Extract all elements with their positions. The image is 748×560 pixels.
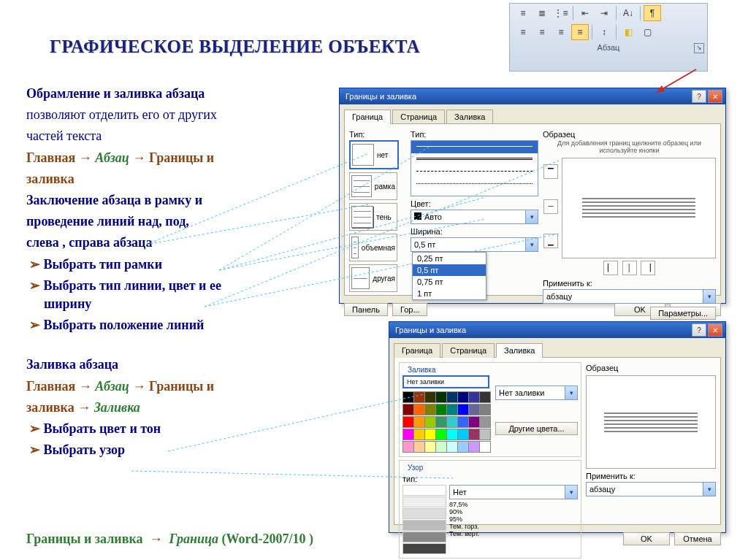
pattern-opts: 87,5% 90% 95% Тем. горз. Тем. верт. bbox=[449, 501, 578, 537]
close-icon[interactable]: ✕ bbox=[708, 323, 722, 337]
shading-icon[interactable]: ◧ bbox=[619, 24, 637, 40]
dialog-launcher-icon[interactable]: ↘ bbox=[694, 43, 704, 53]
type-shadow[interactable]: тень bbox=[349, 203, 397, 231]
align-center-icon[interactable]: ≡ bbox=[533, 24, 551, 40]
more-colors-button[interactable]: Другие цвета... bbox=[495, 422, 578, 435]
borders-dialog: Границы и заливка ? ✕ Граница Страница З… bbox=[339, 88, 726, 304]
tab-shading[interactable]: Заливка bbox=[446, 110, 493, 124]
tab-border[interactable]: Граница bbox=[344, 110, 391, 124]
bullet-4: Выбрать цвет и тон bbox=[29, 420, 318, 438]
border-right-btn[interactable]: ▕ bbox=[641, 261, 655, 275]
color-palette[interactable] bbox=[402, 391, 489, 453]
fill-legend: Заливка bbox=[405, 366, 438, 374]
type-label: Тип: bbox=[349, 130, 406, 139]
tab-page[interactable]: Страница bbox=[392, 110, 445, 124]
pattern-tip-label: тип: bbox=[402, 475, 578, 483]
panel-button[interactable]: Панель bbox=[344, 303, 388, 316]
pattern-combo[interactable]: Нет▾ bbox=[449, 485, 578, 499]
preview-box bbox=[562, 158, 716, 258]
p2: позволяют отделить его от других bbox=[26, 106, 318, 124]
pilcrow-button[interactable]: ¶ bbox=[644, 5, 661, 21]
hline-button[interactable]: Гор... bbox=[392, 303, 427, 316]
border-vmid-btn[interactable]: │ bbox=[622, 261, 637, 275]
tab-page[interactable]: Страница bbox=[442, 343, 495, 358]
numbering-icon[interactable]: ≣ bbox=[533, 5, 551, 21]
footer-note: Границы и заливка → Граница (Word-2007/1… bbox=[26, 532, 313, 547]
apply-label2: Применить к: bbox=[586, 472, 716, 480]
width-dropdown[interactable]: 0,25 пт 0,5 пт 0,75 пт 1 пт bbox=[412, 252, 486, 300]
border-left-btn[interactable]: ▏ bbox=[603, 261, 618, 275]
line-style-list[interactable] bbox=[411, 140, 538, 196]
dialog1-title: Границы и заливка bbox=[346, 92, 416, 101]
color-combo[interactable]: Авто ▾ bbox=[411, 210, 538, 224]
help-icon[interactable]: ? bbox=[692, 323, 706, 337]
p3: частей текста bbox=[26, 127, 318, 145]
path2b: заливка → Заливка bbox=[26, 399, 318, 417]
sort-icon[interactable]: A↓ bbox=[619, 5, 637, 21]
nofill-combo[interactable]: Нет заливки▾ bbox=[495, 386, 578, 400]
p4b: проведение линий над, под, bbox=[26, 212, 318, 231]
align-justify-icon[interactable]: ≡ bbox=[571, 24, 589, 40]
width-combo[interactable]: 0,5 пт ▾ bbox=[411, 237, 538, 252]
p4c: слева , справа абзаца bbox=[26, 234, 318, 252]
width-label: Ширина: bbox=[411, 227, 538, 236]
border-top-btn[interactable]: ▔ bbox=[543, 164, 558, 179]
help-icon[interactable]: ? bbox=[692, 90, 706, 103]
dialog1-titlebar: Границы и заливка ? ✕ bbox=[340, 88, 725, 104]
sample-label2: Образец bbox=[586, 364, 716, 372]
params-button[interactable]: Параметры... bbox=[650, 307, 716, 320]
pattern-legend: Узор bbox=[405, 464, 425, 472]
indent-right-icon[interactable]: ⇥ bbox=[595, 5, 613, 21]
close-icon[interactable]: ✕ bbox=[708, 90, 722, 103]
tab-shading[interactable]: Заливка bbox=[496, 343, 543, 358]
pattern-swatches[interactable] bbox=[402, 485, 446, 555]
page-title: ГРАФИЧЕСКОЕ ВЫДЕЛЕНИЕ ОБЪЕКТА bbox=[50, 37, 420, 57]
apply-label: Применить к: bbox=[543, 279, 716, 288]
nofill-swatch[interactable]: Нет заливки bbox=[402, 375, 489, 388]
apply-combo[interactable]: абзацу▾ bbox=[543, 289, 716, 304]
ok-button2[interactable]: OK bbox=[623, 532, 670, 545]
preview-box2 bbox=[586, 375, 716, 469]
sample-label: Образец bbox=[543, 130, 716, 139]
line-type-label: Тип: bbox=[411, 130, 538, 139]
multilevel-icon[interactable]: ⋮≡ bbox=[552, 5, 570, 21]
align-right-icon[interactable]: ≡ bbox=[552, 24, 570, 40]
line-spacing-icon[interactable]: ↕ bbox=[595, 24, 613, 40]
type-custom[interactable]: другая bbox=[349, 264, 397, 292]
type-none[interactable]: нет bbox=[349, 140, 399, 169]
ribbon-group-label: Абзац ↘ bbox=[510, 42, 707, 55]
ribbon-paragraph-group: ≡ ≣ ⋮≡ ⇤ ⇥ A↓ ¶ ≡ ≡ ≡ ≡ ↕ ◧ ▢ Абзац ↘ bbox=[509, 3, 708, 72]
bullet-5: Выбрать узор bbox=[29, 441, 318, 459]
bullet-2: Выбрать тип линии, цвет и ееширину bbox=[29, 277, 318, 313]
type-3d[interactable]: объемная bbox=[349, 234, 397, 261]
indent-left-icon[interactable]: ⇤ bbox=[576, 5, 594, 21]
bullet-1: Выбрать тип рамки bbox=[29, 256, 318, 274]
dialog2-titlebar: Границы и заливка ? ✕ bbox=[389, 322, 725, 338]
path1: Главная → Абзац → Границы и bbox=[26, 149, 318, 167]
bullets-icon[interactable]: ≡ bbox=[514, 5, 532, 21]
color-label: Цвет: bbox=[411, 199, 538, 208]
cancel-button2[interactable]: Отмена bbox=[674, 532, 721, 545]
borders-icon[interactable]: ▢ bbox=[638, 24, 656, 40]
p5: Заливка абзаца bbox=[26, 356, 318, 374]
apply-combo2[interactable]: абзацу▾ bbox=[586, 482, 716, 496]
path2: Главная → Абзац → Границы и bbox=[26, 377, 318, 396]
tab-border[interactable]: Граница bbox=[394, 343, 440, 358]
border-bottom-btn[interactable]: ▁ bbox=[543, 234, 558, 248]
bullet-3: Выбрать положение линий bbox=[29, 316, 318, 334]
dialog2-title: Границы и заливка bbox=[395, 326, 466, 334]
p1: Обрамление и заливка абзаца bbox=[26, 85, 318, 103]
body-text: Обрамление и заливка абзаца позволяют от… bbox=[26, 85, 318, 462]
border-mid-btn[interactable]: ─ bbox=[543, 199, 558, 214]
shading-dialog: Границы и заливка ? ✕ Граница Страница З… bbox=[389, 321, 726, 533]
p4: Заключение абзаца в рамку и bbox=[26, 191, 318, 210]
type-box[interactable]: рамка bbox=[349, 172, 397, 200]
path1-cont: заливка bbox=[26, 170, 318, 188]
align-left-icon[interactable]: ≡ bbox=[514, 24, 532, 40]
sample-hint: Для добавления границ щелкните образец и… bbox=[543, 140, 716, 155]
